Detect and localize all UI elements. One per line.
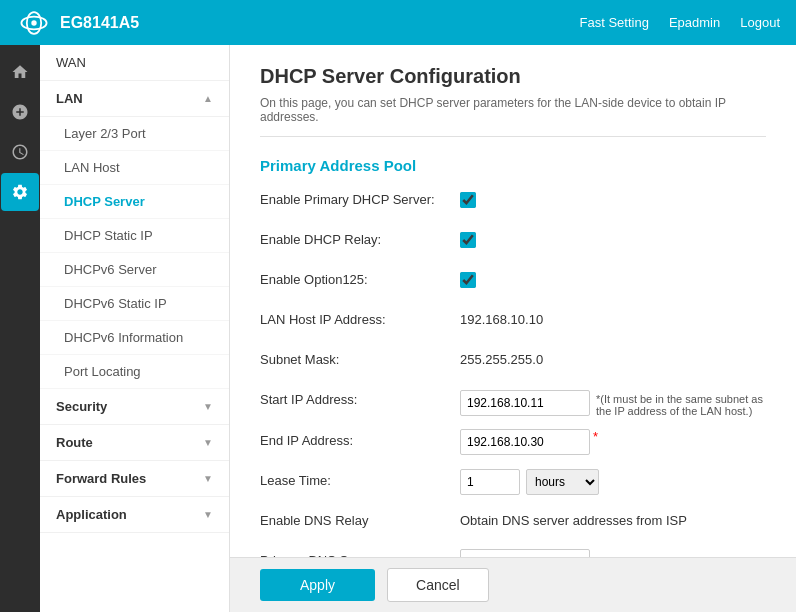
logo-text: EG8141A5: [60, 14, 139, 32]
lan-host-ip-label: LAN Host IP Address:: [260, 308, 460, 327]
epadmin-link[interactable]: Epadmin: [669, 15, 720, 30]
dns-relay-label: Enable DNS Relay: [260, 509, 460, 528]
svg-point-2: [31, 20, 36, 25]
logo-area: EG8141A5: [16, 9, 580, 37]
content-inner: DHCP Server Configuration On this page, …: [230, 45, 796, 612]
footer-bar: Apply Cancel: [230, 557, 796, 612]
sidebar-item-dhcpv6server[interactable]: DHCPv6 Server: [40, 253, 229, 287]
nav-sidebar: WAN LAN ▲ Layer 2/3 Port LAN Host DHCP S…: [40, 45, 230, 612]
sidebar-icon-home[interactable]: [1, 53, 39, 91]
main-layout: WAN LAN ▲ Layer 2/3 Port LAN Host DHCP S…: [0, 45, 796, 612]
application-chevron-icon: ▼: [203, 509, 213, 520]
primary-pool-title: Primary Address Pool: [260, 157, 766, 174]
sidebar-item-dhcpserver[interactable]: DHCP Server: [40, 185, 229, 219]
sidebar-icon-time[interactable]: [1, 133, 39, 171]
security-chevron-icon: ▼: [203, 401, 213, 412]
lease-time-unit-select[interactable]: hours minutes days: [526, 469, 599, 495]
lan-host-ip-value: 192.168.10.10: [460, 308, 543, 327]
enable-dhcp-relay-checkbox[interactable]: [460, 232, 476, 248]
fast-setting-link[interactable]: Fast Setting: [580, 15, 649, 30]
enable-dhcp-relay-label: Enable DHCP Relay:: [260, 228, 460, 247]
start-ip-note: *(It must be in the same subnet as the I…: [596, 388, 766, 417]
sidebar-icon-settings[interactable]: [1, 173, 39, 211]
sidebar-item-dhcpv6staticip[interactable]: DHCPv6 Static IP: [40, 287, 229, 321]
end-ip-label: End IP Address:: [260, 429, 460, 448]
sidebar-item-dhcpstaticip[interactable]: DHCP Static IP: [40, 219, 229, 253]
lease-time-label: Lease Time:: [260, 469, 460, 488]
sidebar-item-security[interactable]: Security ▼: [40, 389, 229, 425]
end-ip-input[interactable]: [460, 429, 590, 455]
lan-host-ip-row: LAN Host IP Address: 192.168.10.10: [260, 308, 766, 336]
sidebar-item-route[interactable]: Route ▼: [40, 425, 229, 461]
enable-option125-label: Enable Option125:: [260, 268, 460, 287]
sidebar-item-application[interactable]: Application ▼: [40, 497, 229, 533]
content-area: DHCP Server Configuration On this page, …: [230, 45, 796, 612]
enable-primary-dhcp-row: Enable Primary DHCP Server:: [260, 188, 766, 216]
dns-relay-row: Enable DNS Relay Obtain DNS server addre…: [260, 509, 766, 537]
sidebar-item-forwardrules[interactable]: Forward Rules ▼: [40, 461, 229, 497]
enable-primary-dhcp-label: Enable Primary DHCP Server:: [260, 188, 460, 207]
sidebar-item-portlocating[interactable]: Port Locating: [40, 355, 229, 389]
huawei-logo-icon: [16, 9, 52, 37]
sidebar-icon-add[interactable]: [1, 93, 39, 131]
enable-dhcp-relay-row: Enable DHCP Relay:: [260, 228, 766, 256]
lease-time-input[interactable]: [460, 469, 520, 495]
start-ip-row: Start IP Address: *(It must be in the sa…: [260, 388, 766, 417]
subnet-mask-label: Subnet Mask:: [260, 348, 460, 367]
page-description: On this page, you can set DHCP server pa…: [260, 96, 766, 137]
lan-chevron-icon: ▲: [203, 93, 213, 104]
sidebar-item-wan[interactable]: WAN: [40, 45, 229, 81]
enable-option125-checkbox[interactable]: [460, 272, 476, 288]
subnet-mask-value: 255.255.255.0: [460, 348, 543, 367]
icon-sidebar: [0, 45, 40, 612]
dns-relay-value: Obtain DNS server addresses from ISP: [460, 509, 687, 528]
subnet-mask-row: Subnet Mask: 255.255.255.0: [260, 348, 766, 376]
route-chevron-icon: ▼: [203, 437, 213, 448]
start-ip-label: Start IP Address:: [260, 388, 460, 407]
top-header: EG8141A5 Fast Setting Epadmin Logout: [0, 0, 796, 45]
cancel-button[interactable]: Cancel: [387, 568, 489, 602]
enable-option125-row: Enable Option125:: [260, 268, 766, 296]
logout-link[interactable]: Logout: [740, 15, 780, 30]
apply-button[interactable]: Apply: [260, 569, 375, 601]
sidebar-item-lanhost[interactable]: LAN Host: [40, 151, 229, 185]
lease-time-row: Lease Time: hours minutes days: [260, 469, 766, 497]
sidebar-item-layer23port[interactable]: Layer 2/3 Port: [40, 117, 229, 151]
sidebar-item-lan[interactable]: LAN ▲: [40, 81, 229, 117]
end-ip-row: End IP Address: *: [260, 429, 766, 457]
enable-primary-dhcp-checkbox[interactable]: [460, 192, 476, 208]
page-title: DHCP Server Configuration: [260, 65, 766, 88]
sidebar-item-dhcpv6info[interactable]: DHCPv6 Information: [40, 321, 229, 355]
header-right: Fast Setting Epadmin Logout: [580, 15, 780, 30]
start-ip-input[interactable]: [460, 390, 590, 416]
forwardrules-chevron-icon: ▼: [203, 473, 213, 484]
end-ip-required-star: *: [593, 429, 598, 444]
